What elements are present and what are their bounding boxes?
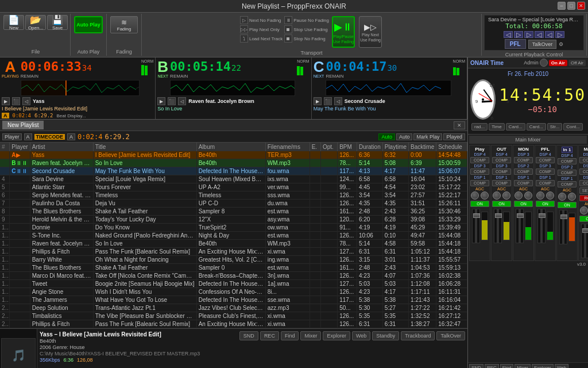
deck-a-play-btn[interactable]: ▶: [2, 97, 10, 105]
ch-comp2[interactable]: COMP: [536, 168, 555, 175]
ch-comp[interactable]: COMP: [558, 158, 577, 164]
deck-a-cue-btn[interactable]: ⬛: [12, 97, 20, 105]
ch-comp[interactable]: COMP: [536, 157, 555, 163]
ch-pan-knob[interactable]: [536, 191, 544, 200]
ch-fader[interactable]: [537, 209, 546, 243]
clock-tab-str[interactable]: Str...: [547, 123, 562, 131]
auto2-button[interactable]: Auto: [396, 133, 413, 140]
qm-vol-down2[interactable]: ◁: [535, 31, 544, 38]
find-mix-btn[interactable]: Find: [500, 364, 514, 368]
play-pause-button[interactable]: ▶⏸ Play/Pause Use Fading: [332, 16, 355, 48]
player-a-badge[interactable]: Player: [2, 133, 22, 140]
table-row[interactable]: 8 The Blues Brothers Shake A Tail Feathe…: [0, 208, 467, 216]
ch-fader-thumb[interactable]: [539, 213, 546, 218]
playlist-close-btn[interactable]: ✕: [454, 121, 465, 129]
find-button[interactable]: Find: [281, 331, 299, 340]
pfl-button[interactable]: PFL: [505, 39, 526, 49]
col-playtime[interactable]: Playtime: [382, 143, 408, 151]
deck-b-play-btn[interactable]: ▶: [157, 97, 165, 105]
ch-setup[interactable]: SETUP: [579, 187, 588, 194]
next-only-btn[interactable]: ▷▷ Play Next Only: [240, 25, 283, 33]
mixer-btn[interactable]: Mixer: [300, 331, 321, 340]
ch-rcm[interactable]: RCM: [579, 195, 588, 201]
save-button[interactable]: 💾 Save: [47, 15, 68, 30]
explorer-button[interactable]: Explorer: [323, 331, 350, 340]
ch-comp[interactable]: COMP: [492, 157, 511, 163]
ch-comp2[interactable]: COMP: [470, 168, 489, 175]
standby-button[interactable]: Standby: [372, 331, 399, 340]
qm-vol-up2[interactable]: ▷: [524, 31, 533, 38]
ch-comp3[interactable]: COMP: [558, 181, 577, 187]
table-row[interactable]: 19 The Jammers What Have You Got To Lose…: [0, 296, 467, 304]
rec-button[interactable]: REC: [260, 331, 279, 340]
deck-a-beat-btn[interactable]: Beat Display...: [57, 113, 86, 118]
play-next-button[interactable]: ▶▷ Play Next Use Fading: [359, 16, 382, 48]
qm-vol-up3[interactable]: ▷: [555, 31, 564, 38]
ch-comp[interactable]: COMP: [579, 157, 588, 163]
table-row[interactable]: 22 Phillips & Fitch Pass The Funk [Balea…: [0, 320, 467, 328]
ch-pan-knob[interactable]: [471, 191, 479, 200]
stop-no-fading-btn[interactable]: ⏹ Stop No Fading: [284, 34, 329, 43]
table-row[interactable]: B⏸⏸ Raven feat. Jocelyn Brown So In Love…: [0, 159, 467, 167]
mixer-mix-btn[interactable]: Mixer: [514, 364, 531, 368]
close-button[interactable]: ✕: [577, 2, 585, 10]
ch-comp2[interactable]: COMP: [492, 168, 511, 175]
col-schedule[interactable]: Schedule: [436, 143, 467, 151]
ch-pan-knob[interactable]: [580, 206, 588, 214]
qm-vol-down[interactable]: ◁: [504, 31, 513, 38]
ch-comp[interactable]: COMP: [514, 157, 533, 163]
table-row[interactable]: A▶ Yass I Believe [Jamie Lewis Revisited…: [0, 151, 467, 159]
load-next-btn[interactable]: ⤵ Load Next Track: [240, 34, 283, 43]
playlist-tab-new[interactable]: New Playlist: [2, 121, 44, 129]
table-row[interactable]: 5 Atlantic Starr Yours Forever UP A-A2 v…: [0, 183, 467, 191]
clock-tab-card1[interactable]: Card...: [506, 123, 525, 131]
ch-comp2[interactable]: COMP: [558, 170, 577, 176]
deck-c-play-btn[interactable]: ▶: [314, 97, 322, 105]
table-row[interactable]: 20 Deep Solution Trans-Atlantic Jazz Pt.…: [0, 304, 467, 312]
snd-button[interactable]: SND: [239, 331, 258, 340]
player-b-badge[interactable]: A: [24, 133, 32, 140]
col-title[interactable]: Title: [93, 143, 196, 151]
table-row[interactable]: 16 Marco Di Marco feat. Nathan Haines Ta…: [0, 272, 467, 280]
ch-fader[interactable]: [494, 209, 502, 243]
trackboard-button[interactable]: Trackboard: [401, 331, 435, 340]
ch-fader[interactable]: [559, 210, 567, 244]
ch-on-btn[interactable]: ON: [536, 201, 555, 207]
ch-pan-knob[interactable]: [493, 191, 501, 200]
playlist-table-container[interactable]: # Player Artist Title Album Filename/ms …: [0, 143, 467, 328]
table-row[interactable]: 13 Phillips & Fitch Pass The Funk [Balea…: [0, 248, 467, 256]
ch-comp3[interactable]: COMP: [579, 180, 588, 186]
web-button[interactable]: Web: [352, 331, 370, 340]
col-backtime[interactable]: Backtime: [409, 143, 436, 151]
ch-fader[interactable]: [516, 209, 524, 243]
ch-comp3[interactable]: COMP: [514, 180, 533, 186]
deck-a-prev-btn[interactable]: ◁: [22, 97, 30, 105]
table-row[interactable]: 12 Raven feat. Jocelyn Brown So In Love …: [0, 240, 467, 248]
table-row[interactable]: 6 Sergio Mendes feat. India.Arie Timeles…: [0, 191, 467, 200]
ch-on-btn[interactable]: ON: [470, 201, 489, 207]
ch-on-btn[interactable]: ON: [579, 216, 588, 222]
auto-button[interactable]: Auto: [378, 133, 395, 140]
timecode-a-badge[interactable]: A: [67, 133, 75, 140]
col-album[interactable]: Album: [196, 143, 265, 151]
deck-b-cue-btn[interactable]: ⬛: [168, 97, 176, 105]
table-row[interactable]: 9 Herold Melvin & the Blue Notes Today's…: [0, 216, 467, 224]
ch-on-btn[interactable]: ON: [558, 202, 577, 208]
ch-comp3[interactable]: COMP: [492, 180, 511, 186]
deck-c-prev-btn[interactable]: ◁: [334, 97, 342, 105]
onair-badge[interactable]: On Air: [549, 60, 567, 66]
new-button[interactable]: 📄 New: [3, 15, 24, 30]
deck-b-prev-btn[interactable]: ◁: [178, 97, 186, 105]
table-row[interactable]: C⏸⏸ Second Crusade May The Funk Be With …: [0, 167, 467, 175]
ch-fader[interactable]: [472, 209, 480, 243]
ch-on-btn[interactable]: ON: [514, 201, 533, 207]
ch-fader-thumb[interactable]: [473, 213, 480, 218]
table-row[interactable]: 21 Timbalistics The Vibe [Pleasure Bar S…: [0, 312, 467, 320]
open-button[interactable]: 📂 Open...: [25, 15, 46, 30]
talkover-button[interactable]: TalkOver: [528, 40, 557, 49]
ch-fader-thumb[interactable]: [517, 213, 524, 218]
minimize-button[interactable]: –: [558, 2, 566, 10]
col-player[interactable]: Player: [10, 143, 30, 151]
ch-gain-knob[interactable]: [502, 191, 510, 200]
ch-fader-thumb[interactable]: [495, 213, 502, 218]
